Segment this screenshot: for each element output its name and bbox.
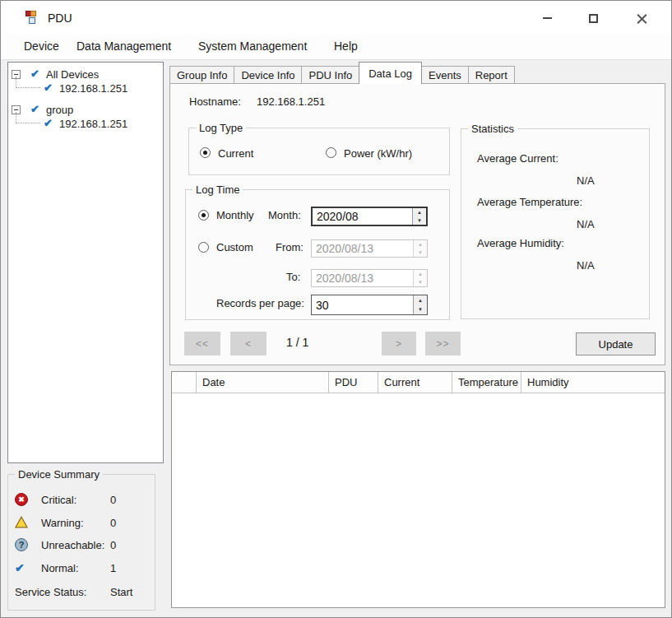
- spin-up-icon: ▲: [413, 208, 426, 216]
- summary-row-normal: Normal: 1: [8, 561, 155, 576]
- summary-label: Warning:: [41, 517, 84, 529]
- menu-system-management[interactable]: System Management: [198, 39, 307, 53]
- summary-value: 0: [110, 539, 116, 551]
- column-header-selector[interactable]: [172, 372, 197, 393]
- spinner-arrows[interactable]: ▲▼: [412, 208, 426, 225]
- tree-connector: [16, 112, 40, 123]
- page-indicator: 1 / 1: [286, 336, 308, 349]
- tree-connector: [16, 77, 40, 88]
- menu-help[interactable]: Help: [334, 39, 358, 53]
- prev-page-button[interactable]: <: [230, 332, 266, 355]
- spin-down-icon: ▼: [414, 305, 427, 315]
- tree-item-device-1[interactable]: ✔ 192.168.1.251: [8, 81, 163, 95]
- spinner-arrows: ▲▼: [413, 270, 427, 286]
- to-spinner: ▲▼: [311, 269, 428, 287]
- radio-current-label[interactable]: Current: [218, 147, 253, 160]
- radio-custom[interactable]: [198, 242, 209, 253]
- month-spinner[interactable]: ▲▼: [311, 207, 428, 226]
- minimize-icon: [543, 17, 552, 19]
- close-icon: [637, 13, 647, 24]
- radio-power[interactable]: [326, 147, 336, 158]
- avg-current-label: Average Current:: [477, 152, 558, 165]
- avg-humidity-value: N/A: [577, 259, 595, 272]
- tab-device-info[interactable]: Device Info: [234, 66, 302, 84]
- radio-monthly[interactable]: [198, 210, 209, 221]
- device-summary-title: Device Summary: [15, 468, 103, 481]
- unreachable-icon: [15, 538, 28, 551]
- update-button[interactable]: Update: [576, 332, 656, 355]
- tab-data-log[interactable]: Data Log: [359, 62, 422, 84]
- tree-item-label[interactable]: 192.168.1.251: [59, 82, 127, 95]
- month-input[interactable]: [313, 208, 412, 225]
- tab-group-info[interactable]: Group Info: [169, 66, 234, 84]
- radio-current[interactable]: [200, 147, 211, 158]
- summary-label: Unreachable:: [41, 539, 104, 551]
- check-icon: ✔: [44, 81, 53, 94]
- log-type-title: Log Type: [196, 122, 246, 134]
- summary-value: 1: [110, 562, 116, 574]
- menu-device[interactable]: Device: [24, 39, 59, 53]
- from-label: From:: [276, 241, 304, 253]
- records-input[interactable]: [312, 295, 413, 314]
- spinner-arrows[interactable]: ▲▼: [413, 295, 427, 314]
- spinner-arrows: ▲▼: [413, 240, 427, 257]
- spin-up-icon: ▲: [414, 270, 427, 278]
- column-header-date[interactable]: Date: [197, 372, 329, 393]
- avg-current-value: N/A: [577, 174, 595, 187]
- tab-strip: Group Info Device Info PDU Info Data Log…: [169, 65, 515, 84]
- to-label: To:: [286, 271, 300, 283]
- tree-item-device-2[interactable]: ✔ 192.168.1.251: [8, 117, 163, 131]
- tab-report[interactable]: Report: [469, 66, 515, 84]
- window-title: PDU: [48, 12, 72, 25]
- pdu-window: PDU Device Data Management System Manage…: [0, 0, 672, 618]
- data-log-page: Hostname: 192.168.1.251 Log Type Current…: [169, 83, 665, 365]
- column-header-humidity[interactable]: Humidity: [521, 372, 665, 393]
- monthly-label[interactable]: Monthly: [216, 209, 254, 221]
- tree-item-label[interactable]: 192.168.1.251: [59, 118, 127, 130]
- log-time-group: Log Time Monthly Month: ▲▼ Custom From: …: [185, 189, 450, 320]
- column-header-current[interactable]: Current: [378, 372, 452, 393]
- normal-check-icon: [15, 561, 28, 574]
- tab-pdu-info[interactable]: PDU Info: [302, 66, 359, 84]
- next-page-button[interactable]: >: [382, 332, 416, 355]
- check-icon: ✔: [44, 117, 53, 129]
- maximize-button[interactable]: [574, 6, 612, 30]
- log-time-title: Log Time: [192, 184, 243, 196]
- menu-data-management[interactable]: Data Management: [76, 39, 171, 53]
- avg-temperature-value: N/A: [577, 218, 595, 230]
- tree-item-label[interactable]: group: [46, 104, 73, 116]
- spin-up-icon: ▲: [414, 240, 427, 249]
- from-spinner: ▲▼: [311, 239, 428, 258]
- title-bar[interactable]: PDU: [1, 1, 671, 34]
- close-button[interactable]: [623, 6, 660, 30]
- log-table-header: Date PDU Current Temperature Humidity: [172, 372, 665, 393]
- to-input: [312, 270, 413, 286]
- spin-down-icon: ▼: [414, 249, 427, 257]
- column-header-temperature[interactable]: Temperature: [452, 372, 521, 393]
- tab-events[interactable]: Events: [422, 66, 469, 84]
- records-spinner[interactable]: ▲▼: [311, 295, 428, 315]
- critical-icon: [15, 493, 28, 506]
- summary-label: Critical:: [41, 494, 76, 506]
- hostname-label: Hostname:: [189, 95, 241, 108]
- column-header-pdu[interactable]: PDU: [329, 372, 378, 393]
- first-page-button[interactable]: <<: [184, 332, 220, 355]
- custom-label[interactable]: Custom: [216, 241, 253, 253]
- summary-row-unreachable: Unreachable: 0: [8, 538, 155, 553]
- device-tree: ✔ All Devices ✔ 192.168.1.251 ✔ group ✔ …: [7, 62, 164, 463]
- last-page-button[interactable]: >>: [425, 332, 461, 355]
- summary-row-warning: Warning: 0: [8, 516, 155, 531]
- summary-label: Normal:: [41, 562, 79, 574]
- device-summary-panel: Device Summary Critical: 0 Warning: 0 Un…: [7, 474, 155, 611]
- minimize-button[interactable]: [528, 6, 566, 30]
- app-icon: [25, 11, 39, 25]
- summary-row-critical: Critical: 0: [8, 493, 155, 508]
- summary-value: 0: [110, 517, 116, 529]
- spin-down-icon: ▼: [413, 216, 426, 225]
- menu-bar: Device Data Management System Management…: [1, 34, 671, 60]
- hostname-value: 192.168.1.251: [257, 95, 325, 108]
- statistics-title: Statistics: [468, 123, 517, 135]
- radio-power-label[interactable]: Power (kW/hr): [344, 147, 412, 160]
- tree-item-label[interactable]: All Devices: [46, 68, 99, 81]
- maximize-icon: [589, 14, 598, 23]
